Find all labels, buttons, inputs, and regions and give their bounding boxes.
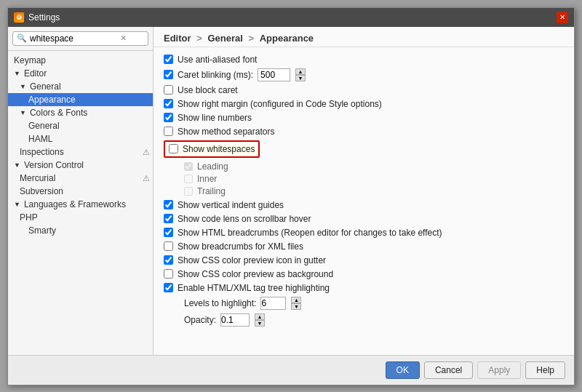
arrow-icon: ▼: [20, 83, 26, 90]
label-css-preview-gutter: Show CSS color preview icon in gutter: [178, 255, 326, 265]
input-levels[interactable]: [260, 297, 286, 310]
sidebar-item-label: Version Control: [24, 160, 84, 170]
main-panel: Editor > General > Appearance Use anti-a…: [154, 27, 574, 355]
input-caret-blinking[interactable]: [258, 68, 290, 81]
checkbox-html-breadcrumbs[interactable]: [164, 228, 173, 237]
sidebar-item-keymap[interactable]: Keymap: [8, 54, 153, 67]
sidebar-item-haml[interactable]: HAML: [8, 132, 153, 145]
checkbox-method-sep[interactable]: [164, 127, 173, 136]
arrow-icon: ▼: [20, 109, 26, 116]
option-css-preview-bg: Show CSS color preview as background: [164, 269, 564, 279]
arrow-icon: ▼: [14, 161, 20, 169]
sidebar-item-version-control[interactable]: ▼ Version Control: [8, 159, 153, 172]
checkbox-anti-aliased[interactable]: [164, 55, 173, 64]
breadcrumb-editor: Editor: [164, 33, 191, 44]
search-clear-button[interactable]: ✕: [120, 33, 127, 43]
sidebar-item-label: PHP: [20, 212, 38, 223]
search-icon: 🔍: [17, 33, 27, 43]
apply-button[interactable]: Apply: [477, 361, 521, 379]
option-leading: Leading: [184, 161, 564, 172]
sidebar-item-label: General: [30, 81, 61, 92]
sidebar-item-editor[interactable]: ▼ Editor: [8, 67, 153, 80]
checkbox-code-lens[interactable]: [164, 214, 173, 223]
option-tag-tree: Enable HTML/XML tag tree highlighting: [164, 283, 564, 293]
option-method-sep: Show method separators: [164, 127, 564, 137]
checkbox-right-margin[interactable]: [164, 99, 173, 108]
footer: OK Cancel Apply Help: [8, 355, 574, 385]
highlight-box-whitespaces: Show whitespaces: [164, 140, 260, 158]
spin-down-caret[interactable]: ▼: [295, 75, 306, 81]
breadcrumb: Editor > General > Appearance: [154, 27, 574, 47]
label-line-numbers: Show line numbers: [178, 113, 252, 123]
sidebar-item-php[interactable]: PHP: [8, 211, 153, 224]
sidebar-item-mercurial[interactable]: Mercurial ⚠: [8, 172, 153, 185]
sidebar-item-label: Languages & Frameworks: [24, 199, 126, 209]
sidebar-item-languages[interactable]: ▼ Languages & Frameworks: [8, 198, 153, 211]
spin-down-levels[interactable]: ▼: [291, 303, 301, 310]
sidebar-item-inspections[interactable]: Inspections ⚠: [8, 145, 153, 159]
spin-up-caret[interactable]: ▲: [295, 68, 306, 75]
close-button[interactable]: ✕: [557, 12, 568, 23]
content-area: Use anti-aliased font Caret blinking (ms…: [154, 47, 574, 355]
help-button[interactable]: Help: [525, 361, 565, 379]
checkbox-xml-breadcrumbs[interactable]: [164, 241, 173, 251]
checkbox-css-preview-bg[interactable]: [164, 269, 173, 279]
sidebar-item-appearance[interactable]: Appearance: [8, 93, 153, 106]
spin-down-opacity[interactable]: ▼: [255, 320, 265, 327]
arrow-icon: ▼: [14, 201, 20, 208]
checkbox-leading[interactable]: [184, 162, 193, 171]
sidebar-item-label: Mercurial: [20, 173, 55, 183]
sidebar-tree: Keymap ▼ Editor ▼ General Appearance: [8, 51, 153, 355]
sidebar-item-label: General: [28, 121, 60, 131]
checkbox-line-numbers[interactable]: [164, 113, 173, 122]
arrow-icon: ▼: [14, 70, 20, 77]
label-css-preview-bg: Show CSS color preview as background: [178, 269, 333, 279]
breadcrumb-general: General: [207, 33, 242, 44]
sidebar-item-label: Editor: [24, 68, 47, 79]
levels-row: Levels to highlight: ▲ ▼: [184, 297, 564, 310]
search-input[interactable]: [30, 33, 117, 44]
title-bar: ⚙ Settings ✕: [8, 8, 574, 27]
spinner-opacity: ▲ ▼: [255, 313, 265, 327]
window-body: 🔍 ✕ Keymap ▼ Editor ▼ General: [8, 27, 574, 355]
spin-up-levels[interactable]: ▲: [291, 297, 301, 303]
checkbox-caret-blinking[interactable]: [164, 70, 173, 79]
ok-button[interactable]: OK: [386, 361, 420, 379]
sidebar-item-general[interactable]: ▼ General: [8, 80, 153, 93]
search-wrap: 🔍 ✕: [12, 31, 148, 46]
search-box: 🔍 ✕: [8, 27, 153, 51]
spin-up-opacity[interactable]: ▲: [255, 313, 265, 320]
option-code-lens: Show code lens on scrollbar hover: [164, 214, 564, 224]
checkbox-css-preview-gutter[interactable]: [164, 255, 173, 265]
option-xml-breadcrumbs: Show breadcrumbs for XML files: [164, 241, 564, 252]
sidebar-item-smarty[interactable]: Smarty: [8, 224, 153, 237]
sidebar-item-label: Colors & Fonts: [30, 108, 87, 118]
sidebar-item-label: Inspections: [20, 147, 64, 157]
breadcrumb-sep1: >: [196, 33, 204, 44]
spinner-levels: ▲ ▼: [291, 297, 301, 310]
sidebar-item-label: Subversion: [20, 186, 63, 196]
sidebar-item-colors-fonts[interactable]: ▼ Colors & Fonts: [8, 106, 153, 119]
sidebar: 🔍 ✕ Keymap ▼ Editor ▼ General: [8, 27, 154, 355]
checkbox-vertical-indent[interactable]: [164, 200, 173, 209]
warning-icon: ⚠: [143, 147, 150, 156]
window-title: Settings: [28, 12, 60, 23]
checkbox-block-caret[interactable]: [164, 85, 173, 95]
option-trailing: Trailing: [184, 186, 564, 196]
checkbox-tag-tree[interactable]: [164, 283, 173, 292]
checkbox-inner[interactable]: [184, 175, 193, 183]
sidebar-item-general2[interactable]: General: [8, 119, 153, 132]
cancel-button[interactable]: Cancel: [424, 361, 473, 379]
sidebar-item-label: Appearance: [28, 95, 76, 105]
spinner-caret: ▲ ▼: [295, 68, 306, 81]
option-inner: Inner: [184, 174, 564, 184]
sidebar-item-subversion[interactable]: Subversion: [8, 185, 153, 198]
indent-section: Levels to highlight: ▲ ▼ Opacity: ▲ ▼: [184, 297, 564, 327]
option-anti-aliased: Use anti-aliased font: [164, 55, 564, 65]
label-trailing: Trailing: [197, 186, 226, 196]
input-opacity[interactable]: [220, 313, 250, 327]
checkbox-show-whitespaces[interactable]: [169, 144, 178, 153]
breadcrumb-sep2: >: [248, 33, 256, 44]
label-vertical-indent: Show vertical indent guides: [178, 200, 284, 210]
checkbox-trailing[interactable]: [184, 187, 193, 196]
